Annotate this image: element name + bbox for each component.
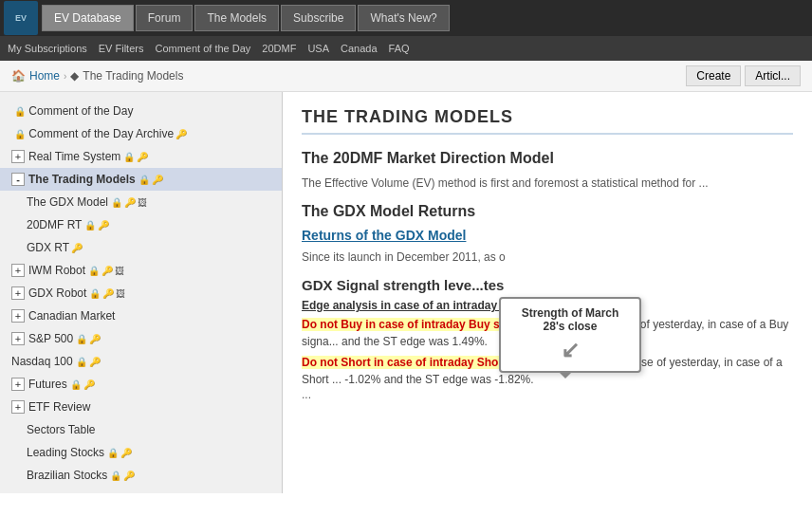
key-icon: 🔑 bbox=[102, 264, 113, 278]
sidebar-label: IWM Robot bbox=[28, 262, 85, 279]
sidebar-label: Nasdaq 100 bbox=[11, 353, 73, 370]
lock-icon: 🔒 bbox=[89, 286, 101, 301]
expand-icon[interactable]: + bbox=[11, 332, 25, 345]
nav-the-models[interactable]: The Models bbox=[194, 5, 279, 31]
sec-nav-faq[interactable]: FAQ bbox=[389, 43, 410, 54]
key-icon: 🔑 bbox=[152, 173, 163, 187]
sec-nav-20dmf[interactable]: 20DMF bbox=[262, 43, 296, 54]
expand-icon[interactable]: - bbox=[11, 173, 25, 186]
lock-icon: 🔒 bbox=[70, 378, 82, 392]
sidebar-label: Chinese Stocks bbox=[27, 489, 105, 493]
breadcrumb-home[interactable]: Home bbox=[29, 69, 60, 83]
sidebar-label: Leading Stocks bbox=[27, 444, 104, 461]
lock-icon: 🔒 bbox=[76, 355, 87, 369]
breadcrumb-current: The Trading Models bbox=[83, 69, 183, 83]
key-icon: 🔑 bbox=[175, 127, 187, 141]
sidebar-label: Comment of the Day Archive bbox=[28, 125, 174, 142]
sidebar-item-gdx-model[interactable]: The GDX Model 🔒 🔑 🖼 bbox=[0, 191, 282, 213]
lock-icon: 🔒 bbox=[108, 491, 120, 494]
article-button[interactable]: Articl... bbox=[745, 65, 801, 86]
continuation-dots: ... bbox=[302, 388, 793, 401]
sidebar-item-iwm-robot[interactable]: + IWM Robot 🔒 🔑 🖼 bbox=[0, 259, 282, 282]
lock-icon: 🔒 bbox=[110, 469, 121, 483]
expand-icon[interactable]: + bbox=[11, 264, 25, 277]
sidebar-item-trading-models[interactable]: - The Trading Models 🔒 🔑 bbox=[0, 168, 282, 191]
breadcrumb-separator: › bbox=[64, 71, 66, 82]
sidebar-item-etf-review[interactable]: + ETF Review bbox=[0, 396, 282, 418]
nav-ev-database[interactable]: EV Database bbox=[42, 5, 134, 31]
nav-subscribe[interactable]: Subscribe bbox=[281, 5, 356, 31]
nav-forum[interactable]: Forum bbox=[136, 5, 194, 31]
sidebar: 🔒 Comment of the Day 🔒 Comment of the Da… bbox=[0, 92, 283, 493]
sidebar-label: Sectors Table bbox=[27, 421, 96, 438]
key-icon: 🔑 bbox=[98, 218, 109, 232]
key-icon: 🔑 bbox=[123, 469, 135, 483]
logo: EV bbox=[4, 1, 38, 35]
sidebar-item-20dmf-rt[interactable]: 20DMF RT 🔒 🔑 bbox=[0, 213, 282, 236]
section3-title: GDX Signal strength leve...tes bbox=[302, 277, 793, 293]
sec-nav-ev-filters[interactable]: EV Filters bbox=[99, 43, 144, 54]
page-title: THE TRADING MODELS bbox=[302, 107, 793, 135]
lock-icon: 🔒 bbox=[88, 264, 100, 278]
sidebar-item-gdx-robot[interactable]: + GDX Robot 🔒 🔑 🖼 bbox=[0, 282, 282, 305]
sidebar-label: ETF Review bbox=[28, 398, 90, 415]
sec-nav-canada[interactable]: Canada bbox=[341, 43, 378, 54]
nav-whats-new[interactable]: What's New? bbox=[358, 5, 449, 31]
sidebar-label: GDX RT bbox=[27, 239, 69, 256]
lock-icon: 🔒 bbox=[14, 127, 26, 141]
key-icon: 🔑 bbox=[120, 446, 132, 460]
sidebar-item-real-time-system[interactable]: + Real Time System 🔒 🔑 bbox=[0, 145, 282, 168]
breadcrumb: 🏠 Home › ◆ The Trading Models bbox=[11, 69, 183, 83]
create-button[interactable]: Create bbox=[686, 65, 741, 86]
key-icon: 🔑 bbox=[102, 286, 114, 301]
img-icon: 🖼 bbox=[138, 195, 147, 210]
key-icon: 🔑 bbox=[89, 332, 101, 346]
sidebar-label: Comment of the Day bbox=[28, 102, 133, 120]
expand-icon[interactable]: + bbox=[11, 150, 25, 163]
key-icon: 🔑 bbox=[137, 150, 148, 164]
sidebar-item-comment-archive[interactable]: 🔒 Comment of the Day Archive 🔑 bbox=[0, 122, 282, 145]
sec-nav-comment-of-the-day[interactable]: Comment of the Day bbox=[155, 43, 250, 54]
sidebar-item-leading-stocks[interactable]: Leading Stocks 🔒 🔑 bbox=[0, 441, 282, 464]
key-icon: 🔑 bbox=[83, 378, 95, 392]
expand-icon[interactable]: + bbox=[11, 400, 25, 414]
lock-icon: 🔒 bbox=[107, 446, 119, 460]
key-icon: 🔑 bbox=[71, 241, 83, 255]
sidebar-item-nasdaq100[interactable]: Nasdaq 100 🔒 🔑 bbox=[0, 350, 282, 373]
lock-icon: 🔒 bbox=[84, 218, 96, 232]
expand-icon[interactable]: + bbox=[11, 286, 25, 300]
lock-icon: 🔒 bbox=[111, 195, 122, 210]
tooltip-balloon: Strength of March 28's close ↙ bbox=[499, 297, 641, 373]
sidebar-item-comment-of-the-day[interactable]: 🔒 Comment of the Day bbox=[0, 100, 282, 122]
sidebar-label: The GDX Model bbox=[27, 194, 108, 211]
sidebar-item-futures[interactable]: + Futures 🔒 🔑 bbox=[0, 373, 282, 396]
sec-nav-my-subscriptions[interactable]: My Subscriptions bbox=[8, 43, 87, 54]
sidebar-item-brazilian-stocks[interactable]: Brazilian Stocks 🔒 🔑 bbox=[0, 464, 282, 487]
sidebar-label: Canadian Market bbox=[28, 307, 115, 324]
breadcrumb-icon: ◆ bbox=[70, 69, 79, 83]
key-icon: 🔑 bbox=[121, 491, 133, 494]
tooltip-text: Strength of March 28's close bbox=[522, 306, 619, 333]
sidebar-item-sp500[interactable]: + S&P 500 🔒 🔑 bbox=[0, 327, 282, 350]
sidebar-label: S&P 500 bbox=[28, 330, 73, 347]
key-icon: 🔑 bbox=[124, 195, 136, 210]
sidebar-label: Futures bbox=[28, 376, 67, 393]
sidebar-item-chinese-stocks[interactable]: Chinese Stocks 🔒 🔑 bbox=[0, 487, 282, 493]
expand-icon[interactable]: + bbox=[11, 378, 25, 391]
section1-text: The Effective Volume (EV) method is firs… bbox=[302, 175, 793, 192]
sec-nav-usa[interactable]: USA bbox=[307, 43, 329, 54]
lock-icon: 🔒 bbox=[14, 104, 26, 119]
content-area: THE TRADING MODELS The 20DMF Market Dire… bbox=[283, 92, 812, 493]
key-icon: 🔑 bbox=[89, 355, 101, 369]
sidebar-label: Brazilian Stocks bbox=[27, 467, 107, 484]
section1-title: The 20DMF Market Direction Model bbox=[302, 150, 793, 167]
highlight-buy-signal: Do not Buy in case of intraday Buy signa… bbox=[302, 318, 529, 331]
section2-subtitle: Returns of the GDX Model bbox=[302, 228, 793, 243]
sidebar-item-gdx-rt[interactable]: GDX RT 🔑 bbox=[0, 236, 282, 259]
expand-icon[interactable]: + bbox=[11, 309, 25, 323]
sidebar-label: GDX Robot bbox=[28, 285, 86, 302]
lock-icon: 🔒 bbox=[138, 173, 150, 187]
sidebar-label: Real Time System bbox=[28, 148, 120, 165]
sidebar-item-sectors-table[interactable]: Sectors Table bbox=[0, 418, 282, 441]
sidebar-item-canadian-market[interactable]: + Canadian Market bbox=[0, 305, 282, 327]
